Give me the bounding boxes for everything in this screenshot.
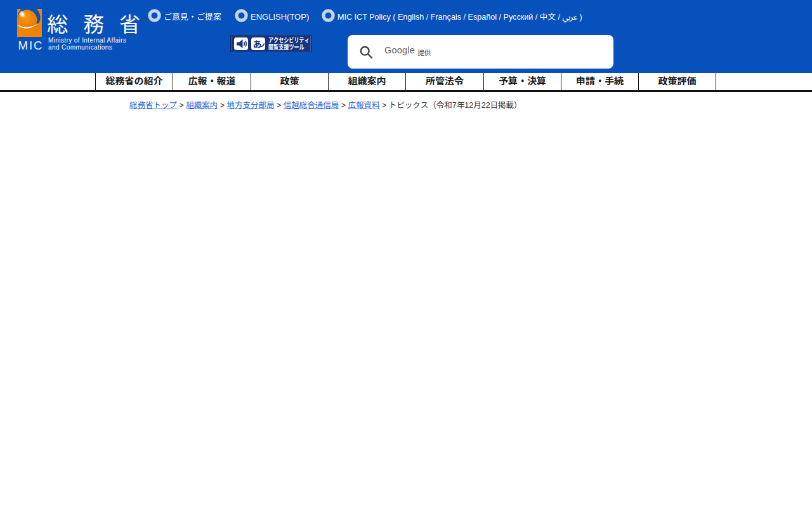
svg-text:あ: あ [253, 37, 262, 50]
svg-text:MIC: MIC [18, 39, 44, 52]
